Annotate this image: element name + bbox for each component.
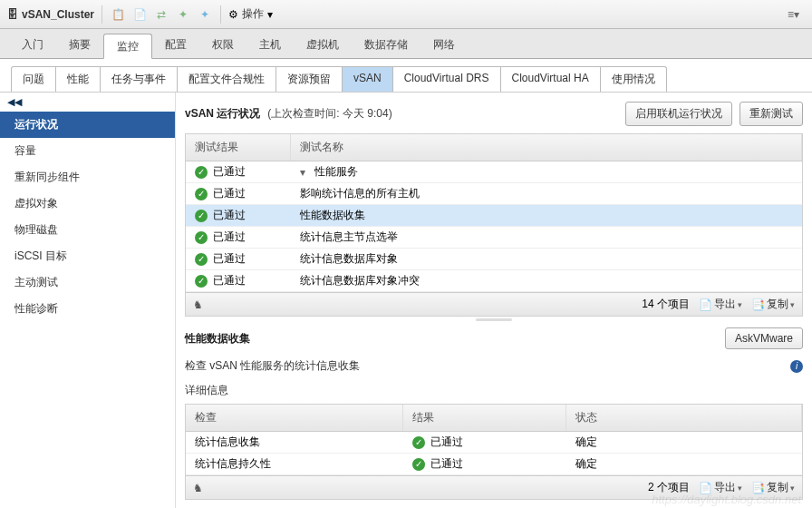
subtab-profile-compliance[interactable]: 配置文件合规性 (178, 66, 276, 92)
subtab-cloudvirtual-drs[interactable]: CloudVirtual DRS (393, 66, 501, 92)
enable-online-health-button[interactable]: 启用联机运行状况 (625, 102, 732, 126)
toolbar-menu-button[interactable]: ≡▾ (782, 6, 805, 23)
sidebar-item-resync[interactable]: 重新同步组件 (0, 164, 175, 190)
sidebar-item-health[interactable]: 运行状况 (0, 112, 175, 138)
toolbar-icon-5[interactable]: ✦ (197, 6, 213, 23)
col-result[interactable]: 结果 (403, 405, 566, 431)
separator (220, 5, 221, 24)
subtab-cloudvirtual-ha[interactable]: CloudVirtual HA (501, 66, 601, 92)
chevron-down-icon: ▾ (790, 300, 795, 309)
cell-check: 统计信息持久性 (195, 456, 271, 472)
export-button[interactable]: 📄导出▾ (699, 297, 742, 312)
sidebar-item-capacity[interactable]: 容量 (0, 138, 175, 164)
tab-configure[interactable]: 配置 (152, 33, 199, 58)
health-subtitle: (上次检查时间: 今天 9:04) (267, 106, 392, 122)
sidebar-item-proactive-tests[interactable]: 主动测试 (0, 269, 175, 296)
toolbar-icon-4[interactable]: ✦ (175, 6, 191, 23)
subtab-performance[interactable]: 性能 (56, 66, 101, 92)
cluster-title-text: vSAN_Cluster (22, 8, 94, 21)
actions-menu[interactable]: ⚙ 操作 ▾ (228, 6, 273, 22)
subtab-tasks-events[interactable]: 任务与事件 (101, 66, 178, 92)
toolbar-icon-1[interactable]: 📋 (110, 6, 126, 23)
table-row[interactable]: ✓已通过 影响统计信息的所有主机 (186, 183, 802, 205)
cell-status: 已通过 (213, 230, 246, 245)
filter-icon[interactable]: ♞ (193, 482, 203, 494)
sidebar-item-iscsi[interactable]: iSCSI 目标 (0, 243, 175, 269)
tab-getting-started[interactable]: 入门 (9, 33, 56, 58)
subtab-resource-reservation[interactable]: 资源预留 (276, 66, 343, 92)
table-row[interactable]: ✓已通过 统计信息主节点选举 (186, 227, 802, 249)
separator (102, 5, 102, 24)
cell-name: 性能服务 (314, 164, 358, 180)
sidebar-item-physical-disks[interactable]: 物理磁盘 (0, 217, 175, 243)
health-grid-footer: ♞ 14 个项目 📄导出▾ 📑复制▾ (186, 292, 802, 316)
tab-vms[interactable]: 虚拟机 (294, 33, 352, 58)
item-count: 14 个项目 (642, 297, 690, 312)
sidebar-item-perf-diag[interactable]: 性能诊断 (0, 296, 175, 322)
col-test-result[interactable]: 测试结果 (186, 134, 291, 161)
cell-name: 统计信息数据库对象冲突 (300, 273, 420, 288)
watermark: https://daylight.blog.csdn.net (652, 493, 801, 506)
main-content: vSAN 运行状况 (上次检查时间: 今天 9:04) 启用联机运行状况 重新测… (176, 93, 812, 508)
tab-summary[interactable]: 摘要 (56, 33, 103, 58)
tab-monitor[interactable]: 监控 (103, 34, 152, 59)
col-status[interactable]: 状态 (566, 405, 802, 431)
cell-result: 已通过 (430, 435, 463, 450)
cell-status: 已通过 (213, 164, 246, 180)
cell-name: 统计信息数据库对象 (300, 251, 398, 267)
sidebar-collapse[interactable]: ◀◀ (0, 93, 175, 112)
retest-button[interactable]: 重新测试 (740, 102, 803, 126)
tab-hosts[interactable]: 主机 (246, 33, 294, 58)
chevron-down-icon: ▾ (738, 300, 742, 309)
subtab-utilization[interactable]: 使用情况 (601, 66, 667, 92)
cell-name: 性能数据收集 (300, 208, 365, 223)
sidebar-item-virtual-objects[interactable]: 虚拟对象 (0, 190, 175, 217)
tree-toggle-icon[interactable]: ▾ (300, 166, 309, 179)
detail-grid-header: 检查 结果 状态 (186, 405, 802, 432)
main-body: ◀◀ 运行状况 容量 重新同步组件 虚拟对象 物理磁盘 iSCSI 目标 主动测… (0, 93, 812, 508)
health-grid-header: 测试结果 测试名称 (186, 134, 802, 161)
table-row[interactable]: ✓已通过 统计信息数据库对象 (186, 249, 802, 270)
table-row[interactable]: 统计信息收集 ✓已通过 确定 (186, 432, 802, 454)
sidebar: ◀◀ 运行状况 容量 重新同步组件 虚拟对象 物理磁盘 iSCSI 目标 主动测… (0, 93, 176, 508)
detail-header: 性能数据收集 AskVMware (185, 322, 803, 353)
table-row[interactable]: 统计信息持久性 ✓已通过 确定 (186, 454, 802, 475)
cluster-title: 🗄 vSAN_Cluster (7, 8, 94, 21)
detail-grid: 检查 结果 状态 统计信息收集 ✓已通过 确定 统计信息持久性 ✓已通过 确定 … (185, 404, 803, 500)
pass-icon: ✓ (412, 436, 425, 449)
cell-name: 统计信息主节点选举 (300, 230, 398, 245)
toolbar-icon-3[interactable]: ⇄ (153, 6, 169, 23)
cell-check: 统计信息收集 (195, 435, 260, 450)
detail-title: 性能数据收集 (185, 331, 250, 347)
table-row[interactable]: ✓已通过 性能数据收集 (186, 205, 802, 227)
subtab-issues[interactable]: 问题 (11, 66, 56, 92)
chevron-down-icon: ▾ (738, 484, 742, 493)
cell-state: 确定 (575, 435, 597, 450)
tab-networks[interactable]: 网络 (420, 33, 468, 58)
filter-icon[interactable]: ♞ (193, 298, 203, 311)
health-header: vSAN 运行状况 (上次检查时间: 今天 9:04) 启用联机运行状况 重新测… (185, 98, 803, 133)
table-row[interactable]: ✓已通过 统计信息数据库对象冲突 (186, 270, 802, 292)
detail-subtitle: 详细信息 (185, 376, 803, 404)
pass-icon: ✓ (412, 458, 425, 471)
table-row[interactable]: ✓已通过 ▾性能服务 (186, 161, 802, 183)
pass-icon: ✓ (195, 275, 208, 288)
detail-description-row: 检查 vSAN 性能服务的统计信息收集 i (185, 353, 803, 376)
subtab-vsan[interactable]: vSAN (343, 66, 393, 92)
col-check[interactable]: 检查 (186, 405, 403, 431)
copy-button[interactable]: 📑复制▾ (751, 297, 795, 312)
tab-datastores[interactable]: 数据存储 (352, 33, 420, 58)
gear-icon: ⚙ (228, 8, 238, 21)
tab-permissions[interactable]: 权限 (199, 33, 246, 58)
actions-label: 操作 (242, 6, 264, 22)
window-toolbar: 🗄 vSAN_Cluster 📋 📄 ⇄ ✦ ✦ ⚙ 操作 ▾ ≡▾ (0, 0, 812, 29)
cell-result: 已通过 (430, 456, 463, 472)
toolbar-icon-2[interactable]: 📄 (131, 6, 148, 23)
pass-icon: ✓ (195, 188, 208, 200)
pass-icon: ✓ (195, 253, 208, 266)
chevron-down-icon: ▾ (267, 8, 273, 21)
cell-status: 已通过 (213, 186, 246, 201)
ask-vmware-button[interactable]: AskVMware (725, 327, 803, 349)
info-icon[interactable]: i (790, 360, 803, 373)
col-test-name[interactable]: 测试名称 (291, 134, 802, 161)
